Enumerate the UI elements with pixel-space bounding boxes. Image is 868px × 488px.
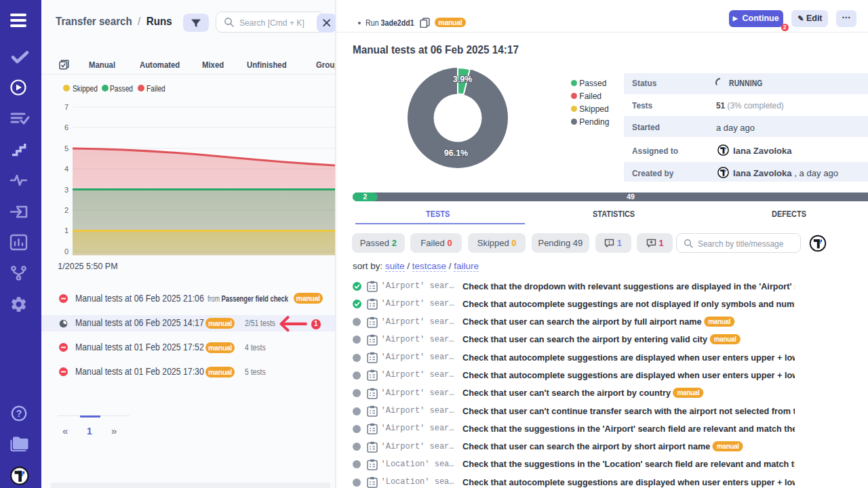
svg-text:7: 7 bbox=[64, 103, 68, 111]
svg-text:3.9%: 3.9% bbox=[453, 75, 473, 84]
svg-text:5: 5 bbox=[64, 144, 68, 152]
svg-text:4: 4 bbox=[64, 165, 68, 173]
svg-text:3: 3 bbox=[64, 186, 68, 194]
svg-text:1: 1 bbox=[64, 226, 68, 235]
svg-text:2: 2 bbox=[64, 206, 68, 214]
svg-text:?: ? bbox=[16, 408, 22, 419]
svg-text:96.1%: 96.1% bbox=[444, 148, 468, 158]
svg-text:6: 6 bbox=[64, 123, 68, 131]
svg-text:0: 0 bbox=[64, 247, 68, 256]
